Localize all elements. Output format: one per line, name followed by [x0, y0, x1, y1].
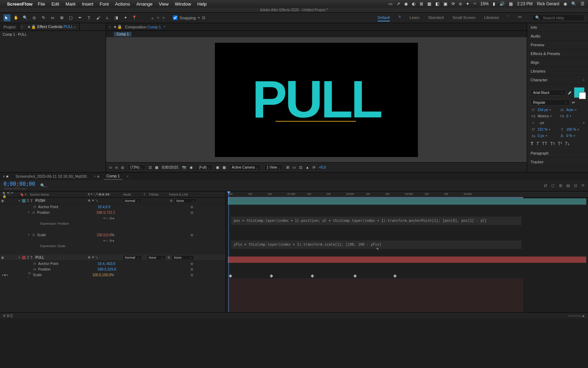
keyframe-icon[interactable] — [354, 274, 357, 278]
layer-row-1[interactable]: ◉ ▾ 1 T PUSH ⊕ ✦ ＼ Normal⌄ ⊚ None⌄ — [0, 198, 225, 204]
zoom-dropdown[interactable]: (73%) ⌄ — [128, 164, 145, 170]
font-size-input[interactable]: 254 px — [538, 108, 548, 112]
kerning-dropdown[interactable]: Metrics — [538, 114, 549, 118]
exposure-value[interactable]: +0.0 — [319, 165, 326, 169]
visibility-icon[interactable]: ◉ — [1, 255, 5, 259]
pen-tool-icon[interactable]: ✒ — [76, 14, 83, 21]
vf-icon[interactable]: ◉ — [190, 165, 193, 169]
anchor-value[interactable]: 18.4,-403.6 — [98, 262, 115, 266]
tray-icon[interactable]: ↗ — [397, 1, 400, 6]
vf-icon[interactable]: ⟳ — [313, 165, 315, 169]
tool-icon[interactable]: ▲ — [150, 16, 154, 20]
layer-bar-1[interactable] — [228, 198, 586, 205]
position-value[interactable]: 598.5,732.2 — [97, 211, 115, 214]
tray-icon[interactable]: ⎚ — [459, 1, 462, 6]
brush-tool-icon[interactable]: 🖌 — [94, 14, 102, 21]
orbit-tool-icon[interactable]: ◎ — [31, 14, 38, 21]
parent-dropdown[interactable]: None⌄ — [174, 198, 197, 203]
menu-font[interactable]: Font — [100, 1, 109, 7]
clone-tool-icon[interactable]: ⊥ — [104, 14, 111, 21]
eraser-tool-icon[interactable]: ◨ — [113, 14, 120, 21]
zoom-slider[interactable]: ◦—○——▲ — [568, 314, 585, 318]
snap-icon[interactable]: ⌖ — [198, 15, 200, 20]
tray-icon[interactable]: ✦ — [466, 1, 469, 6]
resolution-dropdown[interactable]: (Full) ⌄ — [196, 164, 213, 170]
menu-edit[interactable]: Edit — [51, 1, 59, 7]
tray-icon[interactable]: ◧ — [435, 1, 439, 6]
vf-icon[interactable]: ▦ — [155, 165, 158, 169]
tl-icon[interactable]: ⊡ — [574, 183, 577, 188]
composition-viewer[interactable]: PULL — [106, 37, 527, 162]
panel-libraries[interactable]: Libraries — [527, 67, 588, 76]
pan-behind-tool-icon[interactable]: ⊞ — [58, 14, 65, 21]
bold-icon[interactable]: T — [531, 141, 533, 146]
parent-dropdown[interactable]: None⌄ — [172, 255, 194, 260]
keyframe-icon[interactable] — [270, 274, 273, 278]
type-tool-icon[interactable]: T — [85, 14, 92, 21]
panel-paragraph[interactable]: Paragraph — [527, 149, 588, 158]
tray-icon[interactable]: ▭ — [388, 1, 392, 6]
snapping-checkbox[interactable] — [173, 15, 177, 20]
volume-icon[interactable]: 🔊 — [499, 1, 505, 6]
tool-icon[interactable]: ▼ — [162, 16, 166, 20]
subscript-icon[interactable]: T₁ — [565, 141, 569, 146]
twirl-icon[interactable]: ▾ — [19, 199, 22, 202]
smallcaps-icon[interactable]: Tт — [550, 141, 555, 146]
panel-character[interactable]: Character≡ — [527, 76, 588, 84]
tracking-input[interactable]: 0 — [566, 114, 568, 118]
workspace-learn[interactable]: Learn — [410, 14, 419, 21]
vf-icon[interactable]: ▭ — [109, 165, 112, 169]
tab-footage[interactable]: Screenshot_2020-06-11 10.18.30_f4q030 — [13, 173, 90, 179]
scale-value[interactable]: 100.0,100.0 — [92, 273, 111, 277]
layer-name[interactable]: PUSH — [35, 199, 88, 203]
link-icon[interactable]: ⊚ — [190, 262, 193, 266]
control-center-icon[interactable]: ☰ — [581, 1, 584, 6]
fill-color-swatch[interactable] — [574, 87, 584, 98]
menu-view[interactable]: View — [159, 1, 169, 7]
hscale-input[interactable]: 100 % — [566, 128, 576, 131]
selection-tool-icon[interactable] — [4, 14, 10, 21]
panel-preview[interactable]: Preview — [527, 41, 588, 49]
keyframe-icon[interactable] — [393, 274, 397, 278]
tray-icon[interactable]: ◉ — [404, 1, 408, 6]
visibility-icon[interactable]: ◉ — [1, 199, 5, 203]
comp-menu-icon[interactable]: ≡ — [164, 25, 166, 28]
link-icon[interactable]: ⊚ — [190, 205, 193, 209]
keyframe-icon[interactable] — [311, 274, 314, 278]
twirl-icon[interactable]: ▾ — [19, 256, 22, 259]
tray-icon[interactable]: ▦ — [427, 1, 431, 6]
puppet-tool-icon[interactable]: 📍 — [131, 14, 138, 21]
vf-icon[interactable]: ⊡ — [299, 165, 302, 169]
menu-arrange[interactable]: Arrange — [136, 1, 152, 7]
tool-icon[interactable]: ⊕ — [156, 15, 160, 20]
eyedropper-icon[interactable]: 💉 — [568, 91, 572, 95]
date-icon[interactable]: ▦ — [509, 1, 513, 6]
stroke-input[interactable]: - px — [538, 121, 544, 125]
zoom-tool-icon[interactable]: 🔍 — [22, 14, 29, 21]
layer-row-2[interactable]: ◉ ▾ 2 T PULL ⊕ ✦ ＼ Normal⌄ None⌄ ⊚ None⌄ — [0, 254, 225, 261]
tsume-input[interactable]: 0 % — [566, 134, 572, 138]
clock[interactable]: 2:23 PM — [517, 1, 533, 6]
font-style-dropdown[interactable]: Regular⌄ — [531, 100, 570, 105]
viewer-time[interactable]: 0;00;03;01 — [162, 165, 178, 169]
view-dropdown[interactable]: 1 View ⌄ — [264, 164, 283, 170]
layer-color-tag[interactable] — [22, 199, 26, 203]
panel-audio[interactable]: Audio — [527, 32, 588, 41]
vf-icon[interactable]: ⊞ — [286, 165, 289, 169]
link-icon[interactable]: ⊚ — [190, 267, 193, 271]
tab-comp[interactable]: Comp 1 — [104, 173, 123, 180]
wifi-icon[interactable]: ⌔ — [474, 1, 476, 6]
scale-value[interactable]: 100.0,0.0 — [97, 233, 111, 237]
keyframe-icon[interactable] — [229, 274, 232, 278]
stopwatch-icon[interactable]: ◷ ᵥ — [28, 271, 33, 278]
roto-tool-icon[interactable]: ✦ — [122, 14, 129, 21]
vf-icon[interactable]: ▦ — [223, 165, 226, 169]
vf-icon[interactable]: ▣ — [216, 165, 219, 169]
vf-icon[interactable]: ▲ — [306, 165, 309, 169]
layer-name[interactable]: PULL — [35, 255, 88, 259]
expression-editor-1[interactable]: pos = thisComp.layer(index + 1).position… — [231, 217, 522, 225]
stopwatch-icon[interactable]: ◷ — [33, 262, 38, 265]
playhead[interactable] — [229, 191, 229, 312]
hand-tool-icon[interactable]: ✋ — [13, 14, 20, 21]
snap-icon[interactable]: ⊡ — [202, 15, 205, 20]
